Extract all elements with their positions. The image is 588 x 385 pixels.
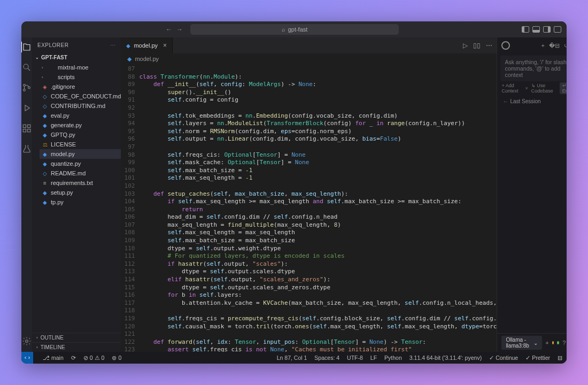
git-branch[interactable]: ⎇main <box>43 355 64 361</box>
item-label: .gitignore <box>51 83 75 90</box>
split-editor-icon[interactable]: ▯▯ <box>473 42 481 49</box>
error-icon: ⊘ <box>83 355 88 361</box>
add-context-button[interactable]: + Add Context <box>501 83 522 94</box>
item-label: quantize.py <box>51 160 81 167</box>
breadcrumb[interactable]: ◆ model.py <box>121 53 497 64</box>
file-item[interactable]: ◇README.md <box>40 168 121 178</box>
notifications-icon[interactable]: ⊟ <box>558 355 562 361</box>
model-selector[interactable]: Ollama - llama3:8b ⌄ <box>501 336 542 350</box>
sync-button[interactable]: ⟳ <box>71 355 76 361</box>
sidebar-header: EXPLORER ⋯ <box>32 37 121 52</box>
file-item[interactable]: ◆eval.py <box>40 111 121 120</box>
language-mode[interactable]: Python <box>384 355 402 361</box>
continue-status[interactable]: Continue <box>489 355 518 361</box>
sidebar-root-folder[interactable]: ⌄ GPT-FAST <box>32 52 121 62</box>
file-icon: ◆ <box>42 132 48 138</box>
item-label: scripts <box>58 74 75 80</box>
search-activity-icon[interactable] <box>21 62 32 73</box>
folder-item[interactable]: ›mixtral-moe <box>40 63 121 72</box>
file-item[interactable]: ◆generate.py <box>40 120 121 130</box>
item-label: tp.py <box>51 199 64 205</box>
eol[interactable]: LF <box>370 355 377 361</box>
python-file-icon: ◆ <box>127 56 131 63</box>
svg-point-0 <box>24 64 28 69</box>
testing-icon[interactable] <box>21 143 32 154</box>
search-placeholder: gpt-fast <box>288 26 308 33</box>
item-label: CODE_OF_CONDUCT.md <box>51 93 121 99</box>
file-icon: ⚖ <box>42 142 48 148</box>
model-label: Ollama - llama3:8b <box>506 337 531 349</box>
file-item[interactable]: ◆model.py <box>40 149 121 159</box>
file-item[interactable]: ◇CODE_OF_CONDUCT.md <box>40 91 121 101</box>
extensions-icon[interactable] <box>21 123 32 134</box>
source-control-icon[interactable] <box>21 82 32 93</box>
chevron-right-icon: › <box>42 75 46 80</box>
search-icon: ⌕ <box>282 26 285 33</box>
file-icon: ◆ <box>42 122 48 128</box>
nav-back-icon[interactable]: ← <box>166 26 172 33</box>
chat-input[interactable]: Ask anything, '/' for slash commands, '@… <box>500 56 567 81</box>
nav-forward-icon[interactable]: → <box>176 26 183 33</box>
file-item[interactable]: ◆quantize.py <box>40 159 121 168</box>
last-session-link[interactable]: ←Last Session <box>497 95 567 107</box>
chat-history-icon[interactable]: ↺ <box>564 42 567 49</box>
file-icon: ◆ <box>42 199 48 205</box>
sidebar-more-icon[interactable]: ⋯ <box>110 42 116 48</box>
ports-indicator[interactable]: ⊚0 <box>112 355 121 361</box>
file-item[interactable]: ≡requirements.txt <box>40 178 121 188</box>
debug-icon[interactable] <box>21 103 32 113</box>
item-label: README.md <box>51 170 86 176</box>
customize-layout-icon[interactable] <box>554 26 561 33</box>
file-icon: ≡ <box>42 180 48 186</box>
item-label: setup.py <box>51 189 73 196</box>
run-icon[interactable]: ▷ <box>463 42 468 49</box>
file-item[interactable]: ◈.gitignore <box>40 82 121 91</box>
add-model-icon[interactable]: + <box>545 340 548 346</box>
settings-gear-icon[interactable] <box>21 336 32 346</box>
toggle-sidebar-icon[interactable] <box>522 26 529 33</box>
code-content[interactable]: class Transformer(nn.Module): def __init… <box>139 64 497 352</box>
problems-indicator[interactable]: ⊘0 ⚠0 <box>83 355 105 361</box>
encoding[interactable]: UTF-8 <box>347 355 363 361</box>
python-interpreter[interactable]: 3.11.4 64-bit ('3.11.4': pyenv) <box>409 355 482 361</box>
new-chat-icon[interactable]: + <box>541 42 544 49</box>
indentation[interactable]: Spaces: 4 <box>314 355 339 361</box>
svg-rect-6 <box>28 129 30 132</box>
toggle-panel-icon[interactable] <box>532 26 540 33</box>
svg-point-8 <box>26 340 28 343</box>
help-icon[interactable]: ? <box>562 340 566 346</box>
vscode-window: ← → ⌕ gpt-fast <box>21 21 567 364</box>
chevron-down-icon: ⌄ <box>35 55 39 60</box>
python-file-icon: ◆ <box>126 43 130 49</box>
chat-settings-icon[interactable]: �⊟ <box>549 42 560 49</box>
tab-model-py[interactable]: ◆ model.py × <box>121 37 173 53</box>
svg-point-1 <box>24 84 26 87</box>
file-item[interactable]: ◇CONTRIBUTING.md <box>40 101 121 111</box>
warning-icon: ⚠ <box>95 355 100 361</box>
remote-indicator[interactable] <box>21 352 33 364</box>
file-icon: ◇ <box>42 94 48 99</box>
file-icon: ◆ <box>42 113 48 119</box>
activity-bar <box>21 37 32 352</box>
file-item[interactable]: ◆tp.py <box>40 197 121 207</box>
more-actions-icon[interactable]: ⋯ <box>486 42 492 49</box>
toggle-secondary-sidebar-icon[interactable] <box>543 26 551 33</box>
close-tab-icon[interactable]: × <box>163 42 167 49</box>
folder-item[interactable]: ›scripts <box>40 72 121 82</box>
command-search-input[interactable]: ⌕ gpt-fast <box>190 24 399 35</box>
line-gutter: 87 88 89 90 91 92 93 94 95 96 97 98 99 1… <box>121 64 139 352</box>
file-item[interactable]: ◆setup.py <box>40 188 121 197</box>
item-label: eval.py <box>51 112 69 119</box>
chevron-right-icon: › <box>42 65 46 70</box>
file-item[interactable]: ⚖LICENSE <box>40 140 121 149</box>
cursor-position[interactable]: Ln 87, Col 1 <box>277 355 307 361</box>
explorer-icon[interactable] <box>21 42 32 52</box>
editor-area: ◆ model.py × ▷ ▯▯ ⋯ ◆ model.py 87 88 89 … <box>121 37 497 352</box>
sidebar-section-outline[interactable]: ›OUTLINE <box>32 333 121 342</box>
prettier-status[interactable]: Prettier <box>525 355 550 361</box>
use-codebase-button[interactable]: ↳ Use Codebase <box>531 83 556 94</box>
sidebar-section-timeline[interactable]: ›TIMELINE <box>32 342 121 352</box>
branch-icon: ⎇ <box>43 355 50 361</box>
file-item[interactable]: ◆GPTQ.py <box>40 130 121 140</box>
file-icon: ◇ <box>42 103 48 109</box>
